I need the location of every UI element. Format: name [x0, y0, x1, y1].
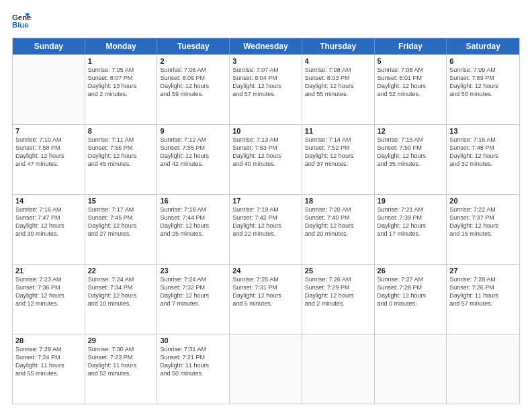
day-cell-17: 17Sunrise: 7:19 AM Sunset: 7:42 PM Dayli… — [230, 195, 302, 264]
empty-cell — [13, 55, 85, 124]
day-cell-28: 28Sunrise: 7:29 AM Sunset: 7:24 PM Dayli… — [13, 334, 85, 404]
day-info: Sunrise: 7:14 AM Sunset: 7:52 PM Dayligh… — [305, 136, 371, 169]
day-info: Sunrise: 7:12 AM Sunset: 7:55 PM Dayligh… — [160, 136, 226, 169]
day-cell-26: 26Sunrise: 7:27 AM Sunset: 7:28 PM Dayli… — [375, 265, 447, 334]
day-info: Sunrise: 7:25 AM Sunset: 7:31 PM Dayligh… — [232, 275, 299, 308]
day-info: Sunrise: 7:23 AM Sunset: 7:36 PM Dayligh… — [15, 275, 82, 308]
empty-cell — [447, 334, 519, 404]
day-cell-14: 14Sunrise: 7:16 AM Sunset: 7:47 PM Dayli… — [13, 195, 85, 264]
day-info: Sunrise: 7:05 AM Sunset: 8:07 PM Dayligh… — [88, 66, 154, 99]
day-info: Sunrise: 7:22 AM Sunset: 7:37 PM Dayligh… — [449, 205, 517, 238]
day-cell-5: 5Sunrise: 7:08 AM Sunset: 8:01 PM Daylig… — [375, 55, 447, 124]
day-cell-18: 18Sunrise: 7:20 AM Sunset: 7:40 PM Dayli… — [302, 195, 375, 264]
day-number: 14 — [15, 197, 82, 205]
day-info: Sunrise: 7:26 AM Sunset: 7:29 PM Dayligh… — [305, 275, 371, 308]
day-info: Sunrise: 7:30 AM Sunset: 7:23 PM Dayligh… — [88, 345, 154, 378]
day-info: Sunrise: 7:06 AM Sunset: 8:06 PM Dayligh… — [160, 66, 226, 99]
day-cell-2: 2Sunrise: 7:06 AM Sunset: 8:06 PM Daylig… — [157, 55, 230, 124]
day-cell-12: 12Sunrise: 7:15 AM Sunset: 7:50 PM Dayli… — [375, 125, 447, 194]
day-cell-13: 13Sunrise: 7:16 AM Sunset: 7:48 PM Dayli… — [447, 125, 519, 194]
day-number: 27 — [449, 267, 517, 275]
day-cell-23: 23Sunrise: 7:24 AM Sunset: 7:32 PM Dayli… — [157, 265, 230, 334]
calendar-row-4: 28Sunrise: 7:29 AM Sunset: 7:24 PM Dayli… — [13, 334, 519, 404]
day-cell-20: 20Sunrise: 7:22 AM Sunset: 7:37 PM Dayli… — [447, 195, 519, 264]
day-number: 2 — [160, 57, 226, 65]
header-day-sunday: Sunday — [13, 38, 85, 54]
day-info: Sunrise: 7:29 AM Sunset: 7:24 PM Dayligh… — [15, 345, 82, 378]
empty-cell — [375, 334, 447, 404]
day-cell-8: 8Sunrise: 7:11 AM Sunset: 7:56 PM Daylig… — [85, 125, 158, 194]
day-number: 26 — [378, 267, 444, 275]
day-number: 12 — [378, 127, 444, 135]
day-number: 25 — [305, 267, 371, 275]
day-number: 9 — [160, 127, 226, 135]
logo-icon: General Blue — [12, 12, 31, 31]
day-cell-1: 1Sunrise: 7:05 AM Sunset: 8:07 PM Daylig… — [85, 55, 158, 124]
day-number: 22 — [88, 267, 154, 275]
day-number: 11 — [305, 127, 371, 135]
day-cell-29: 29Sunrise: 7:30 AM Sunset: 7:23 PM Dayli… — [85, 334, 158, 404]
day-info: Sunrise: 7:18 AM Sunset: 7:44 PM Dayligh… — [160, 205, 226, 238]
day-info: Sunrise: 7:21 AM Sunset: 7:39 PM Dayligh… — [378, 205, 444, 238]
day-number: 28 — [15, 336, 82, 345]
calendar: SundayMondayTuesdayWednesdayThursdayFrid… — [12, 38, 520, 404]
day-info: Sunrise: 7:17 AM Sunset: 7:45 PM Dayligh… — [88, 205, 154, 238]
logo: General Blue — [12, 12, 31, 31]
empty-cell — [230, 334, 302, 404]
calendar-body: 1Sunrise: 7:05 AM Sunset: 8:07 PM Daylig… — [13, 54, 519, 404]
day-cell-15: 15Sunrise: 7:17 AM Sunset: 7:45 PM Dayli… — [85, 195, 158, 264]
day-number: 13 — [449, 127, 517, 135]
day-number: 3 — [232, 57, 299, 65]
day-cell-27: 27Sunrise: 7:28 AM Sunset: 7:26 PM Dayli… — [447, 265, 519, 334]
day-cell-16: 16Sunrise: 7:18 AM Sunset: 7:44 PM Dayli… — [157, 195, 230, 264]
day-info: Sunrise: 7:13 AM Sunset: 7:53 PM Dayligh… — [232, 136, 299, 169]
calendar-row-1: 7Sunrise: 7:10 AM Sunset: 7:58 PM Daylig… — [13, 124, 519, 194]
day-cell-6: 6Sunrise: 7:09 AM Sunset: 7:59 PM Daylig… — [447, 55, 519, 124]
header-day-monday: Monday — [85, 38, 158, 54]
header-day-thursday: Thursday — [302, 38, 375, 54]
day-info: Sunrise: 7:24 AM Sunset: 7:32 PM Dayligh… — [160, 275, 226, 308]
day-cell-3: 3Sunrise: 7:07 AM Sunset: 8:04 PM Daylig… — [230, 55, 302, 124]
calendar-row-3: 21Sunrise: 7:23 AM Sunset: 7:36 PM Dayli… — [13, 264, 519, 334]
day-cell-30: 30Sunrise: 7:31 AM Sunset: 7:21 PM Dayli… — [157, 334, 230, 404]
day-number: 20 — [449, 197, 517, 205]
day-number: 1 — [88, 57, 154, 65]
day-number: 17 — [232, 197, 299, 205]
day-info: Sunrise: 7:09 AM Sunset: 7:59 PM Dayligh… — [449, 66, 517, 99]
day-info: Sunrise: 7:10 AM Sunset: 7:58 PM Dayligh… — [15, 136, 82, 169]
day-info: Sunrise: 7:27 AM Sunset: 7:28 PM Dayligh… — [378, 275, 444, 308]
day-number: 7 — [15, 127, 82, 135]
svg-text:Blue: Blue — [12, 21, 29, 29]
day-info: Sunrise: 7:08 AM Sunset: 8:03 PM Dayligh… — [305, 66, 371, 99]
empty-cell — [302, 334, 375, 404]
day-number: 10 — [232, 127, 299, 135]
day-info: Sunrise: 7:24 AM Sunset: 7:34 PM Dayligh… — [88, 275, 154, 308]
day-number: 4 — [305, 57, 371, 65]
day-info: Sunrise: 7:08 AM Sunset: 8:01 PM Dayligh… — [378, 66, 444, 99]
day-cell-11: 11Sunrise: 7:14 AM Sunset: 7:52 PM Dayli… — [302, 125, 375, 194]
day-info: Sunrise: 7:11 AM Sunset: 7:56 PM Dayligh… — [88, 136, 154, 169]
day-cell-10: 10Sunrise: 7:13 AM Sunset: 7:53 PM Dayli… — [230, 125, 302, 194]
day-info: Sunrise: 7:20 AM Sunset: 7:40 PM Dayligh… — [305, 205, 371, 238]
day-cell-24: 24Sunrise: 7:25 AM Sunset: 7:31 PM Dayli… — [230, 265, 302, 334]
header-day-friday: Friday — [375, 38, 447, 54]
day-cell-21: 21Sunrise: 7:23 AM Sunset: 7:36 PM Dayli… — [13, 265, 85, 334]
day-number: 30 — [160, 336, 226, 345]
calendar-row-0: 1Sunrise: 7:05 AM Sunset: 8:07 PM Daylig… — [13, 54, 519, 124]
day-number: 23 — [160, 267, 226, 275]
day-cell-7: 7Sunrise: 7:10 AM Sunset: 7:58 PM Daylig… — [13, 125, 85, 194]
day-number: 21 — [15, 267, 82, 275]
day-cell-25: 25Sunrise: 7:26 AM Sunset: 7:29 PM Dayli… — [302, 265, 375, 334]
day-number: 24 — [232, 267, 299, 275]
day-info: Sunrise: 7:19 AM Sunset: 7:42 PM Dayligh… — [232, 205, 299, 238]
day-number: 8 — [88, 127, 154, 135]
header-day-tuesday: Tuesday — [157, 38, 230, 54]
day-number: 19 — [378, 197, 444, 205]
day-info: Sunrise: 7:15 AM Sunset: 7:50 PM Dayligh… — [378, 136, 444, 169]
day-number: 15 — [88, 197, 154, 205]
day-cell-19: 19Sunrise: 7:21 AM Sunset: 7:39 PM Dayli… — [375, 195, 447, 264]
day-number: 6 — [449, 57, 517, 65]
day-info: Sunrise: 7:16 AM Sunset: 7:47 PM Dayligh… — [15, 205, 82, 238]
day-info: Sunrise: 7:28 AM Sunset: 7:26 PM Dayligh… — [449, 275, 517, 308]
calendar-header: SundayMondayTuesdayWednesdayThursdayFrid… — [13, 38, 519, 54]
